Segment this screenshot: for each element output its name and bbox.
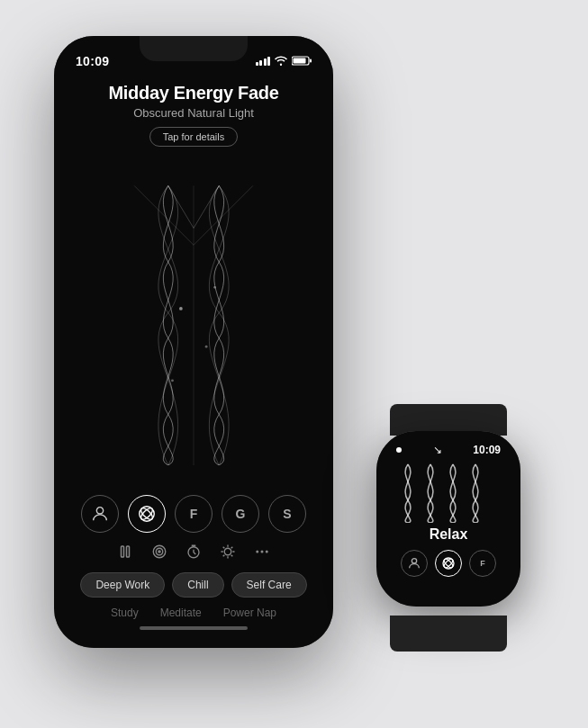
svg-point-32	[261, 551, 264, 553]
watch-icon-f[interactable]: F	[469, 550, 496, 577]
svg-point-34	[412, 559, 416, 563]
svg-point-9	[205, 345, 208, 347]
secondary-tags: Study Meditate Power Nap	[63, 607, 324, 619]
watch-status-bar: ↘ 10:09	[385, 444, 511, 456]
wifi-icon	[275, 56, 287, 67]
watch-time: 10:09	[473, 444, 501, 456]
signal-bars	[256, 57, 271, 66]
app-content: Midday Energy Fade Obscured Natural Ligh…	[54, 76, 333, 495]
svg-point-33	[266, 551, 268, 553]
nav-icon-orb[interactable]	[128, 495, 166, 533]
timer-icon[interactable]	[185, 544, 202, 560]
svg-line-30	[223, 555, 225, 557]
svg-rect-2	[310, 58, 312, 62]
watch-band-bottom	[390, 616, 507, 652]
more-icon[interactable]	[254, 544, 270, 560]
svg-point-8	[179, 307, 183, 310]
bottom-icons-row	[63, 544, 324, 560]
svg-point-10	[171, 379, 174, 382]
status-time: 10:09	[76, 54, 109, 68]
target-icon[interactable]	[151, 544, 167, 560]
watch-wave-visualization	[390, 460, 507, 523]
watch-icon-orb[interactable]	[435, 550, 462, 577]
svg-rect-17	[127, 546, 130, 557]
svg-point-12	[96, 508, 103, 514]
app-title: Midday Energy Fade	[108, 83, 278, 103]
scene: 10:09 Mi	[0, 0, 588, 728]
svg-point-20	[158, 551, 160, 553]
secondary-tag-study: Study	[111, 607, 139, 619]
watch-screen: ↘ 10:09 Rela	[376, 431, 520, 607]
signal-bar-3	[264, 58, 267, 66]
pause-icon[interactable]	[117, 544, 133, 560]
svg-line-5	[194, 185, 219, 228]
iphone-notch	[140, 36, 248, 61]
svg-line-4	[168, 185, 194, 228]
nav-icon-person[interactable]	[81, 495, 119, 533]
tag-row: Deep Work Chill Self Care	[63, 572, 324, 598]
apple-watch-device: ↘ 10:09 Rela	[367, 431, 529, 620]
iphone-screen: 10:09 Mi	[54, 36, 333, 648]
tag-self-care[interactable]: Self Care	[231, 572, 307, 598]
bottom-section: F G S	[54, 495, 333, 648]
iphone-device: 10:09 Mi	[54, 36, 333, 648]
watch-direction-arrow: ↘	[433, 444, 442, 456]
watch-app-label: Relax	[430, 526, 468, 543]
svg-rect-1	[294, 58, 306, 63]
signal-bar-4	[267, 57, 270, 66]
secondary-tag-meditate: Meditate	[160, 607, 202, 619]
nav-icon-f[interactable]: F	[175, 495, 213, 533]
status-icons	[256, 56, 312, 67]
brightness-icon[interactable]	[220, 544, 236, 560]
secondary-tag-power-nap: Power Nap	[223, 607, 276, 619]
svg-point-31	[256, 551, 258, 553]
signal-bar-1	[256, 62, 258, 66]
svg-point-11	[213, 285, 216, 288]
watch-status-dot	[396, 447, 402, 453]
wave-visualization	[54, 147, 333, 495]
tap-details-button[interactable]: Tap for details	[149, 127, 238, 147]
app-subtitle: Obscured Natural Light	[133, 106, 254, 120]
svg-line-27	[223, 547, 225, 549]
signal-bar-2	[259, 60, 262, 66]
nav-icon-s[interactable]: S	[268, 495, 306, 533]
svg-point-22	[224, 548, 231, 555]
tag-chill[interactable]: Chill	[172, 572, 223, 598]
watch-icon-row: F	[401, 550, 496, 577]
tag-deep-work[interactable]: Deep Work	[80, 572, 165, 598]
battery-icon	[292, 56, 312, 67]
svg-line-28	[231, 555, 233, 557]
svg-line-29	[231, 547, 233, 549]
nav-icon-row: F G S	[63, 495, 324, 533]
svg-rect-16	[122, 546, 124, 557]
nav-icon-g[interactable]: G	[222, 495, 259, 533]
watch-icon-person[interactable]	[401, 550, 428, 577]
home-indicator	[140, 626, 248, 630]
watch-body: ↘ 10:09 Rela	[376, 431, 520, 607]
